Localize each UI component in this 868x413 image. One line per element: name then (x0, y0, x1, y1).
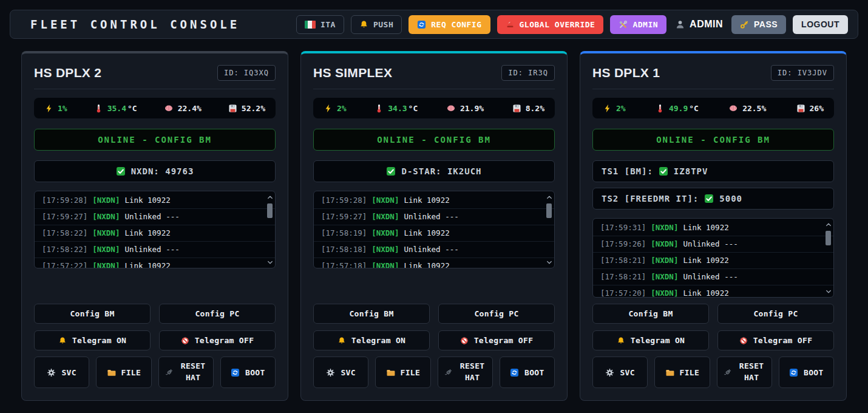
config-bm-button[interactable]: Config BM (313, 304, 430, 324)
reset-hat-button[interactable]: RESET HAT (438, 357, 493, 388)
boot-button[interactable]: BOOT (500, 357, 555, 388)
file-button[interactable]: FILE (375, 357, 430, 388)
user-label: ADMIN (690, 19, 723, 30)
language-button[interactable]: ITA (296, 15, 344, 34)
chevron-down-icon[interactable] (546, 259, 553, 266)
svc-button[interactable]: SVC (34, 357, 89, 388)
scrollbar[interactable] (544, 191, 554, 268)
plug-icon (164, 368, 174, 377)
config-pc-button[interactable]: Config PC (438, 304, 555, 324)
global-override-button[interactable]: GLOBAL OVERRIDE (497, 15, 604, 34)
card-title: HS DPLX 2 (34, 66, 101, 80)
card-title: HS DPLX 1 (592, 66, 660, 80)
mode-label: NXDN: 49763 (131, 166, 194, 176)
plug-icon (723, 368, 732, 377)
spacer (592, 298, 834, 304)
telegram-on-button[interactable]: Telegram ON (313, 330, 430, 350)
fleet-cards: HS DPLX 2 ID: IQ3XQ 1% 35.4°C 22.4% 52.2… (21, 51, 847, 401)
pass-button[interactable]: PASS (731, 15, 786, 34)
check-icon (116, 166, 126, 176)
scrollbar-thumb[interactable] (546, 203, 552, 218)
refresh-icon (417, 20, 426, 29)
logout-button[interactable]: LOGOUT (793, 15, 848, 34)
log-panel[interactable]: [17:59:28][NXDN]Link 10922 [17:59:27][NX… (313, 191, 555, 268)
lightning-icon (44, 104, 53, 113)
reset-hat-button[interactable]: RESET HAT (158, 357, 214, 388)
log-panel[interactable]: [17:59:28][NXDN]Link 10922 [17:59:27][NX… (34, 191, 276, 268)
ts2-row: TS2 [FREEDMR IT]: 5000 (592, 188, 834, 210)
log-entry: [17:59:31][NXDN]Link 10922 (593, 220, 833, 236)
header: FLEET CONTROL CONSOLE ITA PUSH REQ CONFI… (10, 10, 858, 39)
file-button[interactable]: FILE (96, 357, 151, 388)
push-button[interactable]: PUSH (351, 15, 402, 34)
scrollbar-thumb[interactable] (826, 231, 831, 245)
folder-icon (107, 368, 116, 377)
boot-button[interactable]: BOOT (220, 357, 276, 388)
cpu-stat: 2% (603, 104, 626, 113)
language-label: ITA (320, 20, 336, 29)
thermometer-icon (94, 104, 103, 113)
svc-button[interactable]: SVC (592, 357, 648, 388)
card-header: HS DPLX 2 ID: IQ3XQ (34, 65, 276, 81)
telegram-off-button[interactable]: Telegram OFF (438, 330, 555, 350)
spacer (34, 268, 276, 304)
log-rows: [17:59:31][NXDN]Link 10922 [17:59:26][NX… (593, 219, 833, 298)
ts1-label: TS1 [BM]: (602, 166, 653, 176)
boot-button[interactable]: BOOT (779, 357, 834, 388)
stats-bar: 2% 34.3°C 21.9% 8.2% (313, 98, 555, 118)
ram-stat: 21.9% (446, 103, 484, 113)
ts1-row: TS1 [BM]: IZ8TPV (592, 160, 834, 182)
mode-row-nxdn: NXDN: 49763 (34, 160, 276, 182)
config-pc-button[interactable]: Config PC (159, 304, 276, 324)
admin-panel-button[interactable]: ADMIN (610, 15, 666, 34)
mode-label: D-STAR: IK2UCH (401, 166, 481, 176)
telegram-off-button[interactable]: Telegram OFF (159, 330, 276, 350)
plug-icon (444, 368, 453, 377)
refresh-icon (231, 368, 240, 377)
config-bm-button[interactable]: Config BM (34, 304, 151, 324)
block-icon (460, 336, 469, 345)
ts2-label: TS2 [FREEDMR IT]: (602, 194, 699, 203)
block-icon (739, 336, 748, 345)
status-banner: ONLINE - CONFIG BM (313, 129, 555, 151)
req-config-button[interactable]: REQ CONFIG (409, 15, 490, 34)
gear-icon (326, 368, 335, 377)
folder-icon (665, 368, 674, 377)
scrollbar-thumb[interactable] (267, 203, 273, 218)
scrollbar[interactable] (265, 191, 275, 268)
log-rows: [17:59:28][NXDN]Link 10922 [17:59:27][NX… (314, 191, 554, 268)
logged-user: ADMIN (675, 19, 723, 30)
config-pc-button[interactable]: Config PC (717, 304, 834, 324)
telegram-on-button[interactable]: Telegram ON (592, 330, 709, 350)
chevron-down-icon[interactable] (825, 288, 832, 295)
card-header: HS SIMPLEX ID: IR3Q (313, 65, 555, 81)
gear-icon (47, 368, 56, 377)
cpu-stat: 2% (324, 104, 347, 113)
telegram-off-button[interactable]: Telegram OFF (717, 330, 834, 350)
card-hs-simplex: HS SIMPLEX ID: IR3Q 2% 34.3°C 21.9% 8.2%… (300, 51, 568, 401)
scrollbar[interactable] (823, 219, 833, 297)
refresh-icon (789, 368, 798, 377)
log-entry: [17:58:21][NXDN]Link 10922 (593, 253, 833, 269)
temp-stat: 34.3°C (375, 104, 418, 113)
chevron-up-icon[interactable] (825, 221, 832, 228)
config-bm-button[interactable]: Config BM (592, 304, 709, 324)
key-icon (740, 20, 749, 29)
status-banner: ONLINE - CONFIG BM (592, 129, 834, 151)
file-button[interactable]: FILE (654, 357, 710, 388)
chevron-up-icon[interactable] (266, 194, 274, 201)
chevron-down-icon[interactable] (266, 259, 274, 266)
bell-icon (617, 336, 625, 345)
telegram-on-button[interactable]: Telegram ON (34, 330, 151, 350)
card-hs-dplx-1: HS DPLX 1 ID: IV3JDV 2% 49.9°C 22.5% 26%… (580, 51, 847, 401)
brain-icon (728, 103, 738, 113)
device-id-badge: ID: IR3Q (501, 65, 555, 81)
floppy-icon (228, 104, 237, 113)
siren-icon (506, 20, 515, 29)
chevron-up-icon[interactable] (546, 194, 553, 201)
log-panel[interactable]: [17:59:31][NXDN]Link 10922 [17:59:26][NX… (592, 218, 834, 298)
reset-hat-button[interactable]: RESET HAT (717, 357, 772, 388)
user-icon (675, 19, 685, 30)
log-entry: [17:57:22][NXDN]Link 10922 (35, 258, 275, 268)
svc-button[interactable]: SVC (313, 357, 368, 388)
